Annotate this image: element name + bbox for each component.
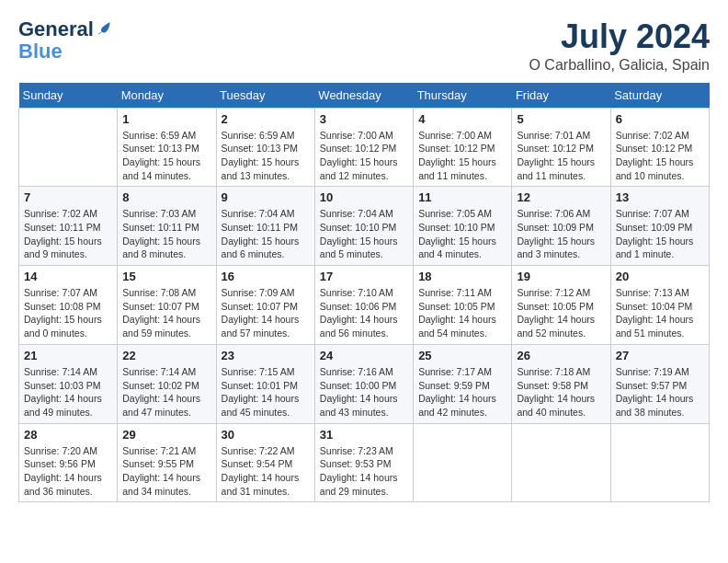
day-number: 21 (24, 349, 112, 362)
day-number: 9 (222, 190, 310, 204)
calendar-cell: 11Sunrise: 7:05 AM Sunset: 10:10 PM Dayl… (414, 187, 512, 266)
calendar-cell: 10Sunrise: 7:04 AM Sunset: 10:10 PM Dayl… (314, 187, 413, 266)
calendar-cell: 13Sunrise: 7:07 AM Sunset: 10:09 PM Dayl… (610, 187, 709, 266)
page-header: General Blue July 2024 O Carballino, Gal… (18, 18, 710, 74)
day-number: 3 (320, 112, 408, 126)
logo-general: General (18, 18, 94, 40)
day-number: 18 (418, 270, 506, 283)
weekday-header-monday: Monday (118, 83, 216, 109)
location-subtitle: O Carballino, Galicia, Spain (529, 57, 710, 74)
day-info: Sunrise: 7:08 AM Sunset: 10:07 PM Daylig… (122, 286, 210, 340)
calendar-cell: 24Sunrise: 7:16 AM Sunset: 10:00 PM Dayl… (314, 344, 413, 423)
title-block: July 2024 O Carballino, Galicia, Spain (529, 18, 710, 74)
day-info: Sunrise: 7:17 AM Sunset: 9:59 PM Dayligh… (418, 365, 506, 419)
calendar-cell: 6Sunrise: 7:02 AM Sunset: 10:12 PM Dayli… (610, 108, 709, 187)
day-number: 17 (320, 270, 408, 283)
day-info: Sunrise: 7:09 AM Sunset: 10:07 PM Daylig… (222, 286, 310, 340)
calendar-week-row: 1Sunrise: 6:59 AM Sunset: 10:13 PM Dayli… (19, 108, 710, 187)
calendar-cell: 28Sunrise: 7:20 AM Sunset: 9:56 PM Dayli… (19, 423, 118, 502)
day-info: Sunrise: 7:20 AM Sunset: 9:56 PM Dayligh… (24, 444, 112, 499)
day-number: 29 (122, 428, 210, 442)
day-info: Sunrise: 7:21 AM Sunset: 9:55 PM Dayligh… (122, 444, 210, 499)
day-number: 23 (222, 349, 310, 362)
day-info: Sunrise: 7:04 AM Sunset: 10:11 PM Daylig… (222, 207, 310, 261)
calendar-cell: 15Sunrise: 7:08 AM Sunset: 10:07 PM Dayl… (118, 266, 216, 345)
day-number: 2 (222, 112, 310, 126)
day-info: Sunrise: 7:18 AM Sunset: 9:58 PM Dayligh… (517, 365, 605, 419)
day-info: Sunrise: 7:03 AM Sunset: 10:11 PM Daylig… (122, 207, 210, 261)
weekday-header-tuesday: Tuesday (216, 83, 314, 109)
calendar-cell: 12Sunrise: 7:06 AM Sunset: 10:09 PM Dayl… (512, 187, 610, 266)
calendar-cell: 5Sunrise: 7:01 AM Sunset: 10:12 PM Dayli… (512, 108, 610, 187)
day-number: 26 (517, 349, 605, 362)
calendar-cell: 7Sunrise: 7:02 AM Sunset: 10:11 PM Dayli… (19, 187, 118, 266)
day-number: 20 (616, 270, 704, 283)
day-info: Sunrise: 7:16 AM Sunset: 10:00 PM Daylig… (320, 365, 408, 419)
weekday-header-wednesday: Wednesday (314, 83, 413, 109)
day-info: Sunrise: 7:19 AM Sunset: 9:57 PM Dayligh… (616, 365, 704, 419)
calendar-week-row: 28Sunrise: 7:20 AM Sunset: 9:56 PM Dayli… (19, 423, 710, 502)
calendar-cell: 23Sunrise: 7:15 AM Sunset: 10:01 PM Dayl… (216, 344, 314, 423)
calendar-cell: 31Sunrise: 7:23 AM Sunset: 9:53 PM Dayli… (314, 423, 413, 502)
day-number: 12 (517, 190, 605, 204)
day-info: Sunrise: 7:11 AM Sunset: 10:05 PM Daylig… (418, 286, 506, 340)
day-info: Sunrise: 7:13 AM Sunset: 10:04 PM Daylig… (616, 286, 704, 340)
day-number: 7 (24, 190, 112, 204)
day-info: Sunrise: 7:14 AM Sunset: 10:02 PM Daylig… (122, 365, 210, 419)
day-info: Sunrise: 7:01 AM Sunset: 10:12 PM Daylig… (517, 129, 605, 183)
day-info: Sunrise: 7:23 AM Sunset: 9:53 PM Dayligh… (320, 444, 408, 499)
day-info: Sunrise: 7:15 AM Sunset: 10:01 PM Daylig… (222, 365, 310, 419)
day-number: 6 (616, 112, 704, 126)
day-info: Sunrise: 7:02 AM Sunset: 10:12 PM Daylig… (616, 129, 704, 183)
calendar-cell: 22Sunrise: 7:14 AM Sunset: 10:02 PM Dayl… (118, 344, 216, 423)
day-number: 5 (517, 112, 605, 126)
calendar-cell: 30Sunrise: 7:22 AM Sunset: 9:54 PM Dayli… (216, 423, 314, 502)
calendar-cell: 18Sunrise: 7:11 AM Sunset: 10:05 PM Dayl… (414, 266, 512, 345)
day-info: Sunrise: 7:05 AM Sunset: 10:10 PM Daylig… (418, 207, 506, 261)
calendar-cell: 14Sunrise: 7:07 AM Sunset: 10:08 PM Dayl… (19, 266, 118, 345)
day-info: Sunrise: 7:07 AM Sunset: 10:09 PM Daylig… (616, 207, 704, 261)
calendar-cell: 2Sunrise: 6:59 AM Sunset: 10:13 PM Dayli… (216, 108, 314, 187)
day-number: 31 (320, 428, 408, 442)
logo-bird-icon (96, 20, 112, 37)
day-info: Sunrise: 6:59 AM Sunset: 10:13 PM Daylig… (222, 129, 310, 183)
day-info: Sunrise: 7:07 AM Sunset: 10:08 PM Daylig… (24, 286, 112, 340)
day-number: 13 (616, 190, 704, 204)
day-number: 27 (616, 349, 704, 362)
calendar-cell: 17Sunrise: 7:10 AM Sunset: 10:06 PM Dayl… (314, 266, 413, 345)
calendar-cell (414, 423, 512, 502)
calendar-cell: 4Sunrise: 7:00 AM Sunset: 10:12 PM Dayli… (414, 108, 512, 187)
calendar-week-row: 14Sunrise: 7:07 AM Sunset: 10:08 PM Dayl… (19, 266, 710, 345)
weekday-header-friday: Friday (512, 83, 610, 109)
calendar-cell (512, 423, 610, 502)
calendar-week-row: 7Sunrise: 7:02 AM Sunset: 10:11 PM Dayli… (19, 187, 710, 266)
weekday-header-saturday: Saturday (610, 83, 709, 109)
calendar-cell: 19Sunrise: 7:12 AM Sunset: 10:05 PM Dayl… (512, 266, 610, 345)
calendar-cell (610, 423, 709, 502)
logo: General Blue (18, 18, 112, 63)
calendar-cell: 20Sunrise: 7:13 AM Sunset: 10:04 PM Dayl… (610, 266, 709, 345)
calendar-cell: 21Sunrise: 7:14 AM Sunset: 10:03 PM Dayl… (19, 344, 118, 423)
day-info: Sunrise: 6:59 AM Sunset: 10:13 PM Daylig… (122, 129, 210, 183)
calendar-cell: 29Sunrise: 7:21 AM Sunset: 9:55 PM Dayli… (118, 423, 216, 502)
day-info: Sunrise: 7:02 AM Sunset: 10:11 PM Daylig… (24, 207, 112, 261)
day-number: 28 (24, 428, 112, 442)
day-number: 8 (122, 190, 210, 204)
calendar-cell: 3Sunrise: 7:00 AM Sunset: 10:12 PM Dayli… (314, 108, 413, 187)
calendar-week-row: 21Sunrise: 7:14 AM Sunset: 10:03 PM Dayl… (19, 344, 710, 423)
day-number: 24 (320, 349, 408, 362)
day-info: Sunrise: 7:10 AM Sunset: 10:06 PM Daylig… (320, 286, 408, 340)
day-info: Sunrise: 7:12 AM Sunset: 10:05 PM Daylig… (517, 286, 605, 340)
day-info: Sunrise: 7:00 AM Sunset: 10:12 PM Daylig… (418, 129, 506, 183)
day-number: 15 (122, 270, 210, 283)
day-number: 4 (418, 112, 506, 126)
calendar-cell: 8Sunrise: 7:03 AM Sunset: 10:11 PM Dayli… (118, 187, 216, 266)
calendar-cell (19, 108, 118, 187)
weekday-header-sunday: Sunday (19, 83, 118, 109)
calendar-cell: 25Sunrise: 7:17 AM Sunset: 9:59 PM Dayli… (414, 344, 512, 423)
calendar-table: SundayMondayTuesdayWednesdayThursdayFrid… (18, 83, 710, 503)
calendar-cell: 27Sunrise: 7:19 AM Sunset: 9:57 PM Dayli… (610, 344, 709, 423)
calendar-cell: 26Sunrise: 7:18 AM Sunset: 9:58 PM Dayli… (512, 344, 610, 423)
day-info: Sunrise: 7:22 AM Sunset: 9:54 PM Dayligh… (222, 444, 310, 499)
day-number: 30 (222, 428, 310, 442)
